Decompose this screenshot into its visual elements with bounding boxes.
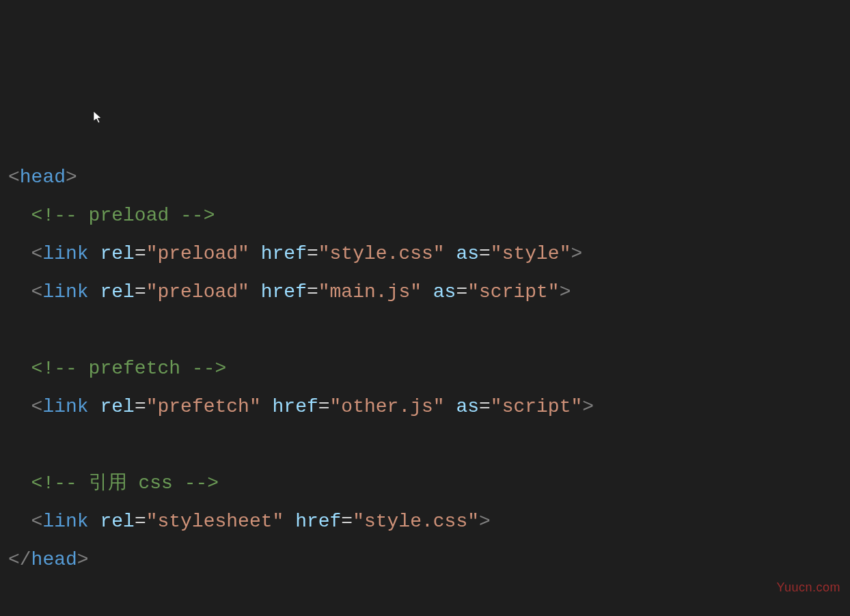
blank-line xyxy=(8,579,842,616)
code-line: <link rel="stylesheet" href="style.css"> xyxy=(8,503,842,541)
mouse-cursor-icon xyxy=(93,111,104,124)
code-line-comment: <!-- prefetch --> xyxy=(8,350,842,388)
blank-line xyxy=(8,426,842,464)
code-line: <link rel="preload" href="style.css" as=… xyxy=(8,235,842,273)
blank-line xyxy=(8,311,842,350)
code-line-comment: <!-- preload --> xyxy=(8,197,842,235)
code-line: </head> xyxy=(8,541,842,579)
code-line-comment: <!-- 引用 css --> xyxy=(8,464,842,503)
code-line: <link rel="preload" href="main.js" as="s… xyxy=(8,273,842,311)
code-line: <head> xyxy=(8,158,842,197)
code-line: <link rel="prefetch" href="other.js" as=… xyxy=(8,388,842,426)
code-editor[interactable]: <head><!-- preload --><link rel="preload… xyxy=(8,158,842,616)
watermark-text: Yuucn.com xyxy=(776,575,840,600)
